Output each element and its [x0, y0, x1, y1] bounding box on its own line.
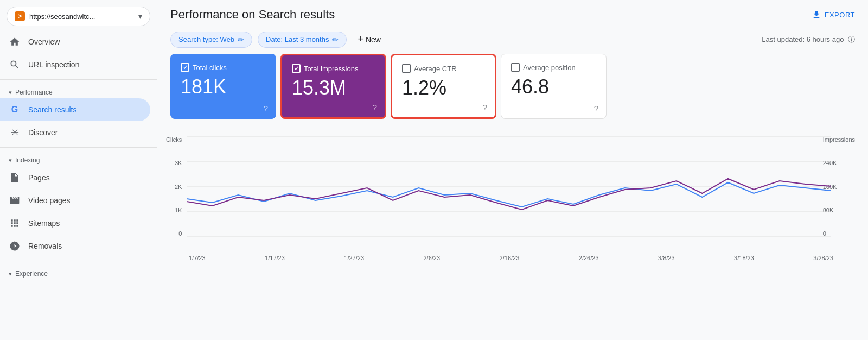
card-label-ctr: Average CTR [414, 65, 457, 73]
divider-3 [0, 261, 157, 261]
chart-area: Clicks 3K 2K 1K 0 Impressions 240K 160K … [157, 128, 868, 340]
removals-icon [9, 240, 21, 252]
expand-icon-2: ▾ [9, 157, 12, 164]
sidebar-url-inspection-label: URL inspection [28, 60, 79, 69]
metric-card-total-clicks[interactable]: Total clicks 181K ? [170, 54, 276, 119]
card-header-impressions: Total impressions [292, 64, 375, 73]
sidebar-sitemaps-label: Sitemaps [28, 219, 60, 228]
sidebar-item-search-results[interactable]: G Search results [0, 98, 150, 121]
sidebar-item-url-inspection[interactable]: URL inspection [0, 53, 150, 76]
sidebar-pages-label: Pages [28, 173, 50, 182]
card-header-clicks: Total clicks [181, 63, 266, 72]
search-type-label: Search type: Web [178, 35, 234, 43]
card-header-ctr: Average CTR [402, 64, 485, 73]
home-icon [9, 36, 21, 48]
info-icon: ⓘ [848, 35, 855, 43]
last-updated: Last updated: 6 hours ago ⓘ [762, 35, 855, 45]
x-label-1: 1/17/23 [265, 255, 285, 261]
sidebar-item-sitemaps[interactable]: Sitemaps [0, 212, 150, 235]
x-label-6: 3/8/23 [658, 255, 675, 261]
sidebar-item-discover[interactable]: ✳ Discover [0, 121, 150, 144]
x-label-4: 2/16/23 [500, 255, 520, 261]
x-label-2: 1/27/23 [344, 255, 364, 261]
date-filter[interactable]: Date: Last 3 months ✏ [258, 32, 347, 48]
sidebar-overview-label: Overview [28, 37, 60, 46]
help-icon-clicks[interactable]: ? [264, 104, 268, 113]
metric-card-total-impressions[interactable]: Total impressions 15.3M ? [280, 54, 386, 119]
sidebar-removals-label: Removals [28, 242, 62, 250]
plus-icon: + [358, 34, 363, 45]
metric-card-average-ctr[interactable]: Average CTR 1.2% ? [391, 54, 496, 119]
performance-section-label: Performance [15, 89, 53, 96]
chevron-down-icon: ▾ [138, 12, 142, 21]
new-button[interactable]: + New [352, 30, 386, 48]
card-label-clicks: Total clicks [193, 64, 227, 72]
checkbox-impressions[interactable] [292, 64, 301, 73]
edit-icon-2: ✏ [332, 35, 339, 44]
sidebar-item-video-pages[interactable]: Video pages [0, 189, 150, 212]
page-title: Performance on Search results [170, 8, 335, 22]
help-icon-impressions[interactable]: ? [373, 103, 377, 112]
help-icon-ctr[interactable]: ? [483, 103, 487, 112]
filter-bar: Search type: Web ✏ Date: Last 3 months ✏… [157, 27, 868, 54]
video-icon [9, 194, 21, 206]
sidebar-video-pages-label: Video pages [28, 196, 71, 205]
export-label: EXPORT [825, 11, 855, 19]
chart-svg [187, 136, 831, 237]
x-axis-labels: 1/7/23 1/17/23 1/27/23 2/6/23 2/16/23 2/… [162, 253, 855, 261]
sidebar-item-pages[interactable]: Pages [0, 166, 150, 189]
export-button[interactable]: EXPORT [812, 10, 855, 20]
new-label: New [366, 35, 381, 44]
url-text: https://seosandwitc... [29, 12, 136, 21]
search-icon [9, 59, 21, 71]
expand-icon-3: ▾ [9, 270, 12, 278]
y-left-2k: 2K [166, 184, 182, 190]
x-label-7: 3/18/23 [734, 255, 754, 261]
sidebar-discover-label: Discover [28, 128, 58, 137]
divider-2 [0, 147, 157, 148]
x-label-8: 3/28/23 [813, 255, 833, 261]
metric-value-ctr: 1.2% [402, 77, 485, 99]
top-bar: Performance on Search results EXPORT [157, 0, 868, 27]
chart-container: Clicks 3K 2K 1K 0 Impressions 240K 160K … [162, 128, 855, 253]
sidebar-item-overview[interactable]: Overview [0, 30, 150, 53]
indexing-section-label: Indexing [15, 156, 40, 164]
sitemaps-icon [9, 217, 21, 229]
pages-icon [9, 172, 21, 184]
divider-1 [0, 79, 157, 80]
cards-row: Total clicks 181K ? Total impressions 15… [157, 54, 868, 119]
x-label-0: 1/7/23 [189, 255, 206, 261]
discover-icon: ✳ [9, 127, 21, 138]
y-left-label: Clicks [166, 136, 182, 143]
metric-card-average-position[interactable]: Average position 46.8 ? [501, 54, 607, 119]
main-content: Performance on Search results EXPORT Sea… [157, 0, 868, 340]
edit-icon: ✏ [238, 35, 244, 44]
metric-value-clicks: 181K [181, 76, 266, 98]
metric-value-position: 46.8 [511, 76, 596, 98]
card-header-position: Average position [511, 63, 596, 72]
y-left-3k: 3K [166, 160, 182, 166]
metric-value-impressions: 15.3M [292, 77, 375, 99]
sidebar-section-performance[interactable]: ▾ Performance [0, 83, 157, 98]
expand-icon: ▾ [9, 89, 12, 96]
x-label-3: 2/6/23 [424, 255, 441, 261]
x-label-5: 2/26/23 [579, 255, 599, 261]
url-bar[interactable]: > https://seosandwitc... ▾ [7, 7, 150, 26]
google-g-icon: G [9, 104, 21, 116]
sidebar-section-experience[interactable]: ▾ Experience [0, 265, 157, 280]
help-icon-position[interactable]: ? [594, 104, 598, 113]
checkbox-ctr[interactable] [402, 64, 411, 73]
experience-section-label: Experience [15, 270, 48, 278]
y-axis-left: Clicks 3K 2K 1K 0 [166, 136, 182, 237]
sidebar-section-indexing[interactable]: ▾ Indexing [0, 151, 157, 166]
search-type-filter[interactable]: Search type: Web ✏ [170, 32, 252, 48]
checkbox-position[interactable] [511, 63, 520, 72]
sidebar: > https://seosandwitc... ▾ Overview URL … [0, 0, 157, 340]
card-label-position: Average position [523, 64, 576, 72]
sidebar-search-results-label: Search results [28, 105, 76, 114]
arrow-icon: > [15, 11, 25, 21]
sidebar-item-removals[interactable]: Removals [0, 235, 150, 257]
checkbox-clicks[interactable] [181, 63, 189, 72]
date-label: Date: Last 3 months [266, 35, 329, 43]
y-left-0: 0 [166, 230, 182, 237]
